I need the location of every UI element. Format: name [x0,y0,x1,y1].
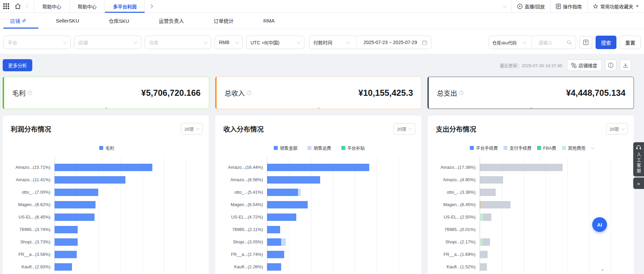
legend-scroll-down-icon[interactable]: ▼ [601,268,604,272]
nav-item-RMA[interactable]: RMA [263,18,274,24]
apps-grid-icon[interactable] [3,3,9,9]
live-replay-button[interactable]: 直播/回放 [512,0,550,13]
bar-segment-销售金额 [267,213,296,221]
bar[interactable] [480,176,503,184]
panel-title: 利润分布情况 [11,124,51,134]
card-expand-handle[interactable]: ▲ [530,106,533,109]
legend-item-平台手续费[interactable]: 平台手续费 [470,145,498,151]
workspace-tab-3[interactable]: 多平台利润 [105,0,145,13]
bar-segment-其他 [480,263,487,271]
bar[interactable] [267,164,369,171]
bar-segment-销售金额 [267,251,284,258]
favorites-button[interactable]: 常用功能收藏夹 [587,0,644,13]
warehouse-select[interactable]: 仓库 [145,36,211,49]
legend-item-其他费用[interactable]: 其他费用 [562,145,585,151]
workspace-tab-1[interactable]: 帮助中心 [34,0,70,13]
tab-scroll-left-icon[interactable] [26,4,30,8]
keyword-input[interactable]: 请输入 [534,36,576,49]
bar-segment-销售运费 [281,238,286,246]
chevron-down-icon [408,126,412,130]
workspace-tab-2[interactable]: 帮助中心 [70,0,105,13]
ai-assistant-button[interactable]: AI [592,217,607,232]
more-analysis-button[interactable]: 更多分析 [3,59,32,71]
bar[interactable] [267,226,280,233]
legend-more-icon[interactable] [591,145,594,149]
dimension-switch-button[interactable]: 店铺维度 [567,60,602,71]
bar[interactable] [54,226,78,233]
chart-row: Amazo...(11.41%) [11,173,203,186]
chart-row: US-EL...(4.72%) [223,211,415,223]
customer-service-button[interactable]: 人工客服 [633,142,644,177]
sku-type-select[interactable]: 仓库sku代码 [489,36,529,49]
shop-select[interactable]: 店铺 [74,36,141,49]
bar-segment-毛利 [54,238,78,246]
item-count-select[interactable]: 20项 [606,123,628,134]
legend-item-毛利[interactable]: 毛利 [99,145,114,151]
home-icon[interactable] [14,3,21,10]
bar[interactable] [54,201,96,208]
item-count-select[interactable]: 20项 [393,123,415,134]
bar[interactable] [54,251,77,258]
bar[interactable] [267,263,281,271]
panel-header: 支出分布情况20项 [436,123,628,134]
nav-item-运营负责人[interactable]: 运营负责人 [159,17,184,24]
legend-item-平台补贴[interactable]: 平台补贴 [341,145,365,151]
bar[interactable] [54,238,78,246]
platform-placeholder: 平台 [8,39,61,46]
bar[interactable] [267,213,296,221]
info-button[interactable] [605,60,616,71]
category-label: otto_...(5.41%) [223,190,267,195]
card-expand-handle[interactable]: ▲ [317,106,320,109]
kpi-label-text: 总收入 [225,88,245,98]
bar[interactable] [54,213,94,221]
tab-scroll-right-icon[interactable] [145,5,157,8]
bar[interactable] [480,238,490,246]
nav-item-店铺[interactable]: 店铺 [10,17,26,24]
card-expand-handle[interactable]: ▲ [105,106,108,109]
bar[interactable] [267,176,320,184]
download-button[interactable] [620,60,631,71]
bar[interactable] [480,201,510,208]
collapse-toolbar-button[interactable] [498,0,512,13]
item-count-select[interactable]: 20项 [181,123,203,134]
bar[interactable] [267,238,286,246]
chart-row: otto_...(7.00%) [11,186,203,198]
bar[interactable] [480,263,487,271]
time-type-select[interactable]: 付款时间 [309,36,354,49]
bar[interactable] [54,189,98,196]
nav-item-仓库SKU[interactable]: 仓库SKU [109,17,129,24]
bar[interactable] [267,189,301,196]
date-range-picker[interactable]: 2025-07-23 ~ 2025-07-29 [359,36,431,49]
bar[interactable] [267,201,308,208]
question-circle-icon[interactable] [247,90,252,95]
category-label: US-EL...(4.72%) [223,214,267,220]
dimension-label: 店铺维度 [578,62,597,69]
bar[interactable] [54,176,125,184]
nav-item-订单统计[interactable]: 订单统计 [214,17,234,24]
legend-item-销售运费[interactable]: 销售运费 [307,145,331,151]
guide-button[interactable]: 操作指南 [550,0,587,13]
question-circle-icon[interactable] [28,90,32,95]
currency-select[interactable]: RMB [215,36,243,49]
bar[interactable] [480,251,488,258]
legend-item-销售金额[interactable]: 销售金额 [274,145,297,151]
bar[interactable] [54,263,72,271]
timezone-select[interactable]: UTC +8(中国) [246,36,304,49]
reset-button[interactable]: 重置 [620,36,641,49]
bar[interactable] [480,226,480,233]
legend-item-FBA费[interactable]: FBA费 [537,145,556,151]
search-button[interactable]: 搜索 [596,36,616,49]
question-circle-icon[interactable] [459,90,464,95]
nav-item-SellerSKU[interactable]: SellerSKU [56,18,79,24]
bar[interactable] [480,164,563,171]
panel-header: 收入分布情况20项 [223,123,415,134]
platform-select[interactable]: 平台 [3,36,71,49]
batch-input-button[interactable] [579,36,592,49]
bar[interactable] [480,189,496,196]
category-label: otto_...(7.00%) [11,190,54,195]
bar[interactable] [54,164,152,171]
bar[interactable] [480,213,491,221]
legend-item-支付手续费[interactable]: 支付手续费 [503,145,531,151]
bar[interactable] [267,251,284,258]
collapse-widget-button[interactable]: » [633,178,644,189]
